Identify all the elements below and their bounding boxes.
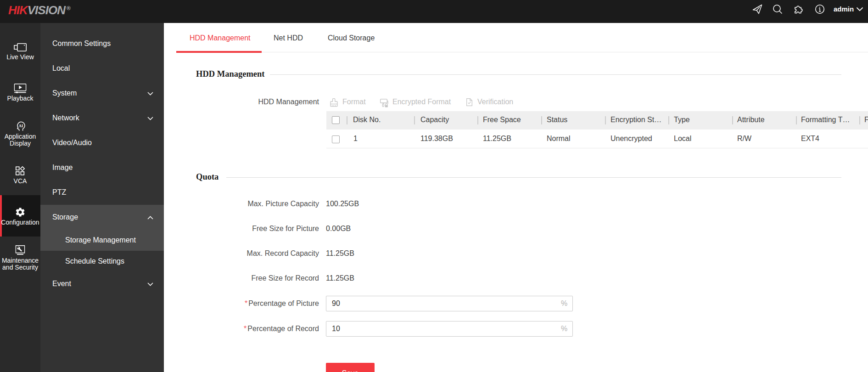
svg-text:AI: AI xyxy=(19,124,23,128)
